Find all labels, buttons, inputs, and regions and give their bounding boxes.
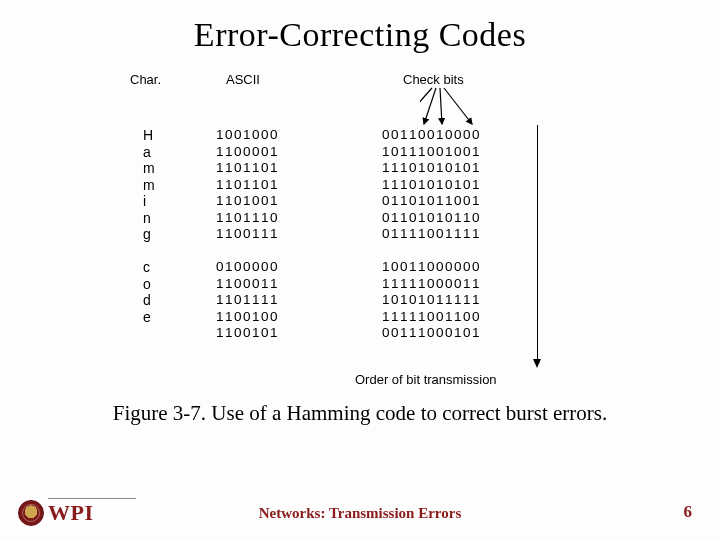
- table-row: 10111001001: [382, 144, 481, 161]
- char-column: H a m m i n g c o d e: [130, 127, 190, 342]
- table-row: 11101010101: [382, 177, 481, 194]
- svg-line-3: [444, 88, 472, 124]
- col-header-ascii: ASCII: [226, 72, 260, 87]
- wpi-logo: WPI: [18, 500, 94, 526]
- figure-caption: Figure 3-7. Use of a Hamming code to cor…: [0, 401, 720, 426]
- table-row: 1100101: [216, 325, 350, 342]
- svg-line-1: [424, 88, 436, 124]
- page-title: Error-Correcting Codes: [0, 0, 720, 54]
- col-header-char: Char.: [130, 72, 161, 87]
- table-row: n: [130, 210, 190, 227]
- transmission-arrow-icon: [533, 125, 543, 368]
- order-label: Order of bit transmission: [355, 372, 497, 387]
- table-row: 00111000101: [382, 325, 481, 342]
- table-row: 11111000011: [382, 276, 481, 293]
- table-row: 11111001100: [382, 309, 481, 326]
- table-row: 1100100: [216, 309, 350, 326]
- table-row: 1101110: [216, 210, 350, 227]
- table-row: 1101101: [216, 177, 350, 194]
- table-row: c: [130, 259, 190, 276]
- table-row: H: [130, 127, 190, 144]
- table-row: 1101101: [216, 160, 350, 177]
- table-row: 01101010110: [382, 210, 481, 227]
- seal-icon: [18, 500, 44, 526]
- logo-text: WPI: [48, 500, 94, 526]
- table-row: 01111001111: [382, 226, 481, 243]
- table-row: a: [130, 144, 190, 161]
- footer-text: Networks: Transmission Errors: [259, 505, 462, 522]
- table-row: 10011000000: [382, 259, 481, 276]
- table-row: i: [130, 193, 190, 210]
- table-row: 1100111: [216, 226, 350, 243]
- hamming-figure: Char. ASCII Check bits H a m m i n g c o…: [130, 72, 590, 387]
- page-number: 6: [684, 502, 693, 522]
- table-row: m: [130, 160, 190, 177]
- table-row: 1100011: [216, 276, 350, 293]
- table-row: 00110010000: [382, 127, 481, 144]
- table-row: 11101010101: [382, 160, 481, 177]
- table-row: 1101001: [216, 193, 350, 210]
- checkbits-column: 00110010000 10111001001 11101010101 1110…: [350, 127, 481, 342]
- svg-line-2: [440, 88, 442, 124]
- table-row: o: [130, 276, 190, 293]
- table-row: 1100001: [216, 144, 350, 161]
- table-row: 0100000: [216, 259, 350, 276]
- table-row: m: [130, 177, 190, 194]
- table-row: g: [130, 226, 190, 243]
- table-row: 10101011111: [382, 292, 481, 309]
- table-row: 1101111: [216, 292, 350, 309]
- fanout-arrows-icon: [420, 82, 520, 127]
- table-row: d: [130, 292, 190, 309]
- table-row: 1001000: [216, 127, 350, 144]
- ascii-column: 1001000 1100001 1101101 1101101 1101001 …: [190, 127, 350, 342]
- table-row: 01101011001: [382, 193, 481, 210]
- table-row: e: [130, 309, 190, 326]
